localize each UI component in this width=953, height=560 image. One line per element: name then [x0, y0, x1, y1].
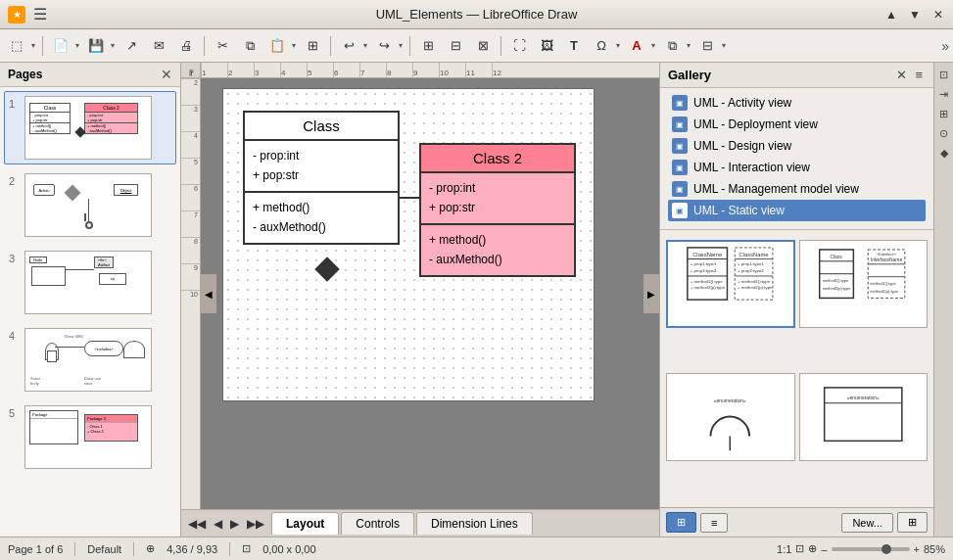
zoom-minus-btn[interactable]: – [821, 543, 827, 555]
last-page-btn[interactable]: ▶▶ [244, 516, 267, 532]
redo-arrow[interactable]: ▾ [397, 39, 405, 52]
class2-shape[interactable]: Class 2 - prop:int + pop:str + method() … [419, 143, 576, 277]
scroll-right-btn[interactable]: ▶ [643, 274, 659, 313]
scroll-left-btn[interactable]: ◀ [201, 274, 216, 313]
gallery-menu-btn[interactable]: ≡ [912, 67, 926, 83]
gallery-item-static[interactable]: ▣ UML - Static view [668, 200, 926, 221]
gallery-insert-btn[interactable]: ⊞ [897, 512, 928, 533]
group-btn[interactable]: ⧉ [659, 33, 685, 59]
page-item-1[interactable]: 1 Class - prop:int+ pop:str + method()- … [4, 91, 176, 164]
email-btn[interactable]: ✉ [146, 33, 171, 59]
file-arrow[interactable]: ▾ [73, 39, 81, 52]
zoom-slider[interactable] [832, 547, 910, 551]
display-btn[interactable]: ⊠ [470, 33, 496, 59]
svg-text:method1():type: method1():type [823, 278, 849, 283]
status-sep3 [229, 542, 230, 556]
gallery-view-grid-btn[interactable]: ⊞ [666, 512, 696, 533]
redo-btn-group[interactable]: ↪ ▾ [371, 33, 405, 59]
paste-btn-group[interactable]: 📋 ▾ [264, 33, 298, 59]
gallery-thumb-2[interactable]: Class method1():type method2(p):type «In… [799, 240, 929, 328]
gallery-item-interaction[interactable]: ▣ UML - Interaction view [668, 157, 926, 178]
gallery-item-activity[interactable]: ▣ UML - Activity view [668, 92, 926, 114]
page-thumb-1: Class - prop:int+ pop:str + method()- au… [24, 96, 152, 160]
export-btn[interactable]: ↗ [119, 33, 144, 59]
page-item-5[interactable]: 5 Package Package 3 - Class 1+ Class 2 [4, 400, 176, 474]
page-item-4[interactable]: 4 Draw UML «includes» Somebody Draw usec… [4, 323, 176, 397]
font-color-btn-group[interactable]: A ▾ [624, 33, 657, 59]
undo-btn-group[interactable]: ↩ ▾ [336, 33, 369, 59]
gallery-close-btn[interactable]: ✕ [893, 67, 910, 83]
undo-arrow[interactable]: ▾ [361, 39, 369, 52]
sidebar-icon-4[interactable]: ⊙ [936, 125, 952, 141]
save-arrow[interactable]: ▾ [109, 39, 117, 52]
undo-btn[interactable]: ↩ [336, 33, 361, 59]
tab-dimension-lines[interactable]: Dimension Lines [416, 512, 533, 535]
class1-shape[interactable]: Class - prop:int + pop:str + method() - … [243, 111, 400, 245]
maximize-button[interactable]: ▼ [904, 4, 926, 25]
align-btn-group[interactable]: ⊟ ▾ [694, 33, 728, 59]
file-btn-group[interactable]: 📄 ▾ [48, 33, 81, 59]
special-char-arrow[interactable]: ▾ [614, 39, 622, 52]
gallery-item-deployment[interactable]: ▣ UML - Deployment view [668, 114, 926, 135]
gallery-thumb-3[interactable]: «enumeration» [666, 373, 795, 461]
select-tool-group[interactable]: ⬚ ▾ [4, 33, 37, 59]
select-tool-arrow[interactable]: ▾ [29, 39, 37, 52]
file-btn[interactable]: 📄 [48, 33, 73, 59]
page-item-2[interactable]: 2 Action Object [4, 168, 176, 242]
menu-button[interactable]: ☰ [29, 4, 51, 25]
tab-controls[interactable]: Controls [341, 512, 414, 535]
image-btn[interactable]: 🖼 [534, 33, 559, 59]
sidebar-icon-5[interactable]: ◆ [936, 145, 952, 161]
special-char-btn[interactable]: Ω [589, 33, 614, 59]
gallery-new-btn[interactable]: New... [841, 513, 893, 533]
group-arrow[interactable]: ▾ [685, 39, 692, 52]
gallery-icon: ▣ [672, 117, 688, 132]
first-page-btn[interactable]: ◀◀ [185, 516, 209, 532]
snap-btn[interactable]: ⊟ [443, 33, 468, 59]
print-btn[interactable]: 🖨 [173, 33, 199, 59]
cut-btn[interactable]: ✂ [210, 33, 235, 59]
paste-btn[interactable]: 📋 [264, 33, 290, 59]
fit-page-icon[interactable]: ⊕ [808, 542, 817, 555]
next-page-btn[interactable]: ▶ [227, 516, 242, 532]
page-item-3[interactable]: 3 Node «ife»Attifact api [4, 246, 176, 319]
ruler-v-mark: 6 [181, 184, 200, 210]
special-char-btn-group[interactable]: Ω ▾ [589, 33, 622, 59]
gallery-item-design[interactable]: ▣ UML - Design view [668, 135, 926, 157]
copy-btn[interactable]: ⧉ [237, 33, 262, 59]
save-btn-group[interactable]: 💾 ▾ [83, 33, 117, 59]
tab-layout[interactable]: Layout [271, 512, 339, 535]
clone-btn[interactable]: ⊞ [300, 33, 325, 59]
zoom-pan-btn[interactable]: ⛶ [506, 33, 532, 59]
pages-panel-close[interactable]: ✕ [161, 67, 172, 82]
zoom-ratio-icon[interactable]: ⊡ [795, 542, 804, 555]
gallery-list: ▣ UML - Activity view ▣ UML - Deployment… [660, 88, 933, 225]
gallery-thumb-1[interactable]: ClassName + prop1:type1 + prop2:type2 + … [666, 240, 795, 328]
toolbar-overflow[interactable]: » [941, 38, 949, 54]
save-btn[interactable]: 💾 [83, 33, 109, 59]
font-color-arrow[interactable]: ▾ [649, 39, 657, 52]
zoom-thumb[interactable] [882, 544, 891, 554]
align-arrow[interactable]: ▾ [720, 39, 728, 52]
slide-canvas[interactable]: Class - prop:int + pop:str + method() - … [222, 88, 595, 401]
sidebar-icon-3[interactable]: ⊞ [936, 106, 952, 121]
sidebar-icon-1[interactable]: ⊡ [936, 67, 952, 82]
zoom-plus-btn[interactable]: + [914, 543, 920, 555]
sidebar-icon-2[interactable]: ⇥ [936, 86, 952, 102]
close-button[interactable]: ✕ [928, 4, 949, 25]
paste-arrow[interactable]: ▾ [290, 39, 298, 52]
gallery-view-list-btn[interactable]: ≡ [700, 513, 728, 533]
gallery-item-management[interactable]: ▣ UML - Management model view [668, 178, 926, 200]
align-btn[interactable]: ⊟ [694, 33, 720, 59]
redo-btn[interactable]: ↪ [371, 33, 397, 59]
select-tool-btn[interactable]: ⬚ [4, 33, 29, 59]
gallery-thumb-4[interactable]: «enumeration» [799, 373, 929, 461]
font-color-btn[interactable]: A [624, 33, 649, 59]
ruler-v-mark: 7 [181, 210, 200, 237]
canvas-scroll[interactable]: Class - prop:int + pop:str + method() - … [201, 78, 659, 509]
minimize-button[interactable]: ▲ [881, 4, 902, 25]
group-btn-group[interactable]: ⧉ ▾ [659, 33, 692, 59]
prev-page-btn[interactable]: ◀ [211, 516, 225, 532]
grid-btn[interactable]: ⊞ [415, 33, 441, 59]
text-btn[interactable]: T [561, 33, 587, 59]
